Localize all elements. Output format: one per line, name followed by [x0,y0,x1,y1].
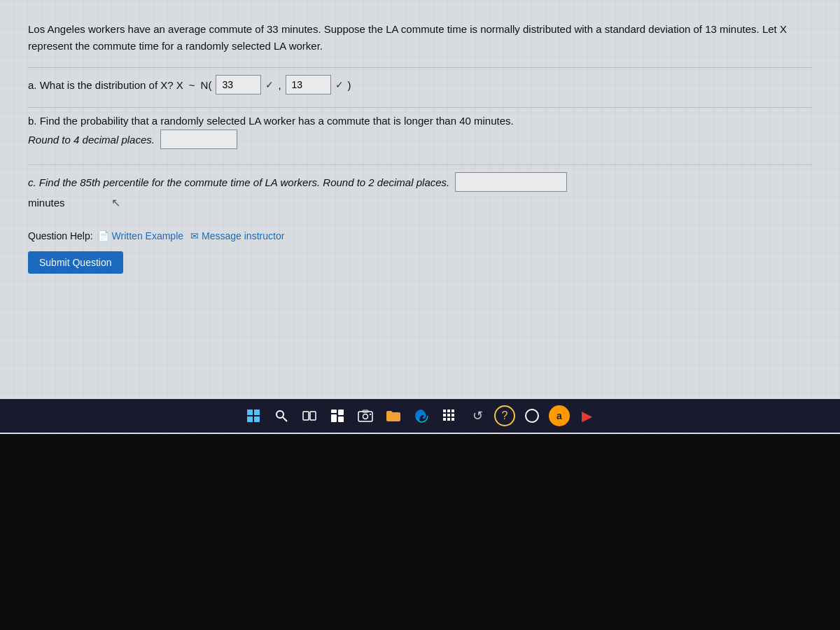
svg-rect-8 [331,410,337,413]
circle-outline-icon[interactable] [521,405,543,427]
camera-icon[interactable] [354,405,377,427]
svg-rect-23 [447,418,450,421]
svg-rect-3 [254,416,260,422]
svg-rect-21 [451,414,454,416]
part-b-row: Round to 4 decimal places. [28,130,812,149]
submit-question-button[interactable]: Submit Question [28,251,123,274]
svg-rect-6 [303,412,309,420]
part-c-label: c. Find the 85th percentile for the comm… [28,176,449,188]
divider-1 [28,67,812,68]
svg-rect-18 [451,410,454,412]
part-c-input[interactable] [455,172,567,192]
svg-rect-12 [358,412,372,421]
intro-text: Los Angeles workers have an average comm… [28,21,812,55]
svg-rect-0 [247,410,253,415]
svg-rect-10 [331,414,337,422]
windows-start-icon[interactable] [242,405,265,427]
amazon-icon[interactable]: a [549,405,570,426]
divider-2 [28,107,812,108]
svg-rect-9 [338,410,344,415]
svg-rect-19 [443,414,446,416]
document-icon: 📄 [97,230,109,241]
play-icon[interactable]: ▶ [575,405,598,427]
taskbar: ↺ ? a ▶ [0,399,840,433]
taskview-icon[interactable] [298,405,321,427]
part-c-section: c. Find the 85th percentile for the comm… [28,172,812,209]
search-taskbar-icon[interactable] [270,405,293,427]
svg-rect-11 [338,416,344,422]
part-c-unit: minutes [28,197,65,209]
svg-rect-1 [254,410,260,415]
tilde-symbol: ~ [189,79,195,91]
svg-rect-17 [447,410,450,412]
cursor-arrow: ↖ [111,196,120,209]
part-a-label: a. What is the distribution of X? X [28,79,183,91]
part-a-input-sd[interactable] [286,75,331,94]
svg-rect-15 [370,414,371,415]
close-paren: ) [348,79,351,91]
edge-icon[interactable] [410,405,433,427]
part-b-section: b. Find the probability that a randomly … [28,115,812,149]
question-help-section: Question Help: 📄 Written Example ✉ Messa… [28,230,812,241]
svg-point-4 [276,411,284,418]
folder-icon[interactable] [382,405,405,427]
part-b-input[interactable] [160,130,237,149]
check-icon-1: ✓ [265,79,274,90]
part-c-row: c. Find the 85th percentile for the comm… [28,172,812,192]
grid-taskbar-icon[interactable] [438,405,461,427]
svg-rect-22 [443,418,446,421]
written-example-link[interactable]: 📄 Written Example [97,230,183,241]
bottom-dark-area [0,434,840,630]
part-a-input-mean[interactable] [216,75,261,94]
widgets-icon[interactable] [326,405,349,427]
message-instructor-text: Message instructor [202,230,284,241]
svg-rect-20 [447,414,450,416]
svg-rect-16 [443,410,446,412]
part-b-label: b. Find the probability that a randomly … [28,115,812,127]
svg-point-25 [526,410,538,422]
svg-point-13 [363,414,368,419]
divider-3 [28,164,812,165]
svg-rect-2 [247,416,253,422]
message-instructor-link[interactable]: ✉ Message instructor [190,230,284,241]
main-content: Los Angeles workers have an average comm… [0,0,840,434]
svg-rect-24 [451,418,454,421]
svg-line-5 [283,417,287,421]
help-label: Question Help: [28,230,93,241]
help-circle-icon[interactable]: ? [494,405,515,426]
comma-separator: , [278,79,281,91]
normal-symbol: N( [201,79,212,91]
part-b-sublabel: Round to 4 decimal places. [28,134,155,146]
written-example-text: Written Example [112,230,183,241]
envelope-icon: ✉ [190,230,199,241]
refresh-icon[interactable]: ↺ [466,405,489,427]
check-icon-2: ✓ [335,79,344,90]
svg-rect-7 [310,412,316,420]
part-a-section: a. What is the distribution of X? X ~ N(… [28,75,812,94]
